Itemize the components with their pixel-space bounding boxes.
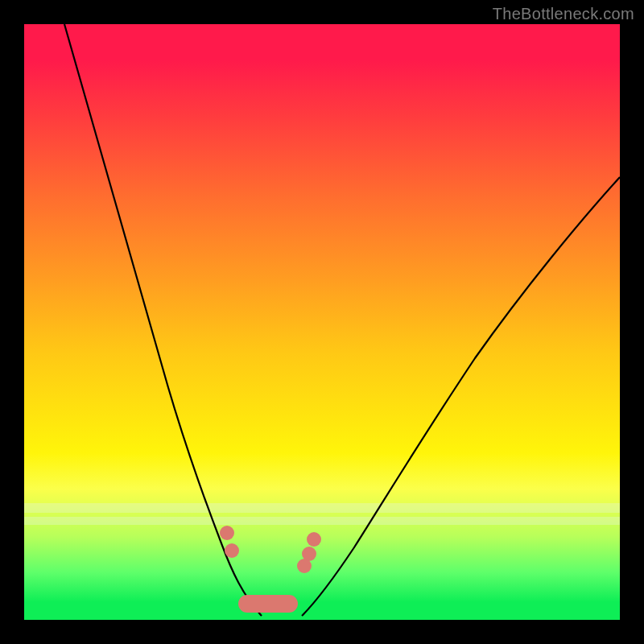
marker-bar — [238, 595, 298, 613]
marker-dot — [302, 547, 316, 561]
marker-dot — [307, 532, 321, 547]
marker-dot — [225, 543, 239, 558]
marker-dot — [220, 526, 234, 540]
watermark-text: TheBottleneck.com — [493, 5, 634, 23]
plot-area — [24, 24, 620, 620]
chart-container: TheBottleneck.com — [0, 0, 644, 644]
markers-layer — [24, 24, 620, 620]
